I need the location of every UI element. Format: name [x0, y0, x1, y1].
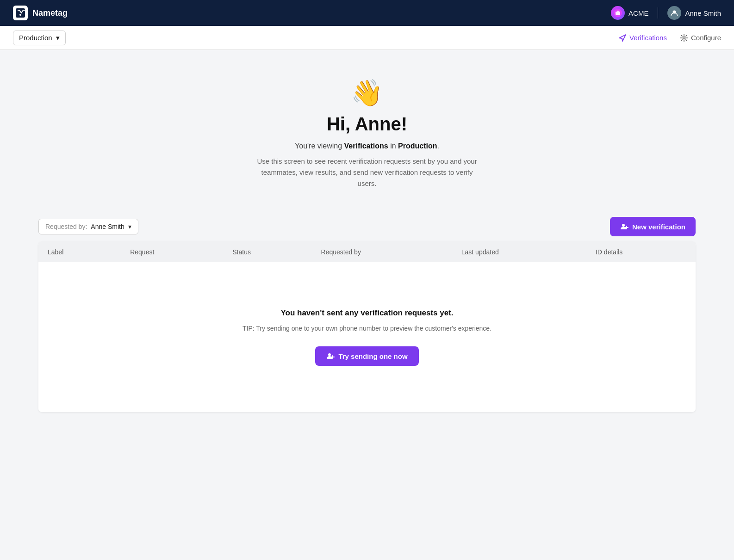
subtitle-end: .	[437, 142, 439, 150]
subtitle-mid: in	[388, 142, 398, 150]
col-status: Status	[223, 242, 311, 262]
hero-subtitle: You're viewing Verifications in Producti…	[256, 142, 478, 150]
empty-state-row: You haven't sent any verification reques…	[38, 262, 696, 412]
user-name: Anne Smith	[685, 9, 721, 17]
org-badge[interactable]: ACME	[611, 6, 648, 20]
nav-divider	[658, 7, 658, 18]
svg-point-10	[328, 353, 331, 356]
col-label: Label	[38, 242, 121, 262]
svg-point-1	[19, 14, 21, 16]
new-verification-button[interactable]: New verification	[610, 217, 696, 236]
table-header: Label Request Status Requested by Last u…	[38, 242, 696, 262]
svg-point-7	[622, 224, 625, 227]
requested-by-filter[interactable]: Requested by: Anne Smith ▾	[38, 219, 138, 234]
table-toolbar: Requested by: Anne Smith ▾ New verificat…	[38, 217, 696, 236]
topnav-right: ACME Anne Smith	[611, 6, 721, 20]
hero-section: 👋 Hi, Anne! You're viewing Verifications…	[256, 78, 478, 189]
verifications-nav-link[interactable]: Verifications	[618, 34, 667, 42]
send-icon	[618, 34, 627, 42]
col-id-details: ID details	[586, 242, 696, 262]
main-content: 👋 Hi, Anne! You're viewing Verifications…	[0, 50, 734, 431]
org-icon	[611, 6, 625, 20]
empty-title: You haven't sent any verification reques…	[48, 308, 686, 318]
try-btn-label: Try sending one now	[338, 352, 407, 360]
top-navigation: Nametag ACME Anne Smith	[0, 0, 734, 26]
try-sending-button[interactable]: Try sending one now	[315, 346, 418, 366]
chevron-down-icon: ▾	[128, 223, 131, 230]
hero-description: Use this screen to see recent verificati…	[256, 156, 478, 189]
svg-rect-4	[617, 11, 619, 12]
table-section: Requested by: Anne Smith ▾ New verificat…	[38, 217, 696, 412]
col-requested-by: Requested by	[311, 242, 452, 262]
empty-tip: TIP: Try sending one to your own phone n…	[48, 323, 686, 333]
wave-emoji: 👋	[256, 78, 478, 108]
empty-state: You haven't sent any verification reques…	[38, 262, 696, 412]
verifications-label: Verifications	[629, 34, 667, 42]
subtitle-bold1: Verifications	[344, 142, 388, 150]
filter-label: Requested by:	[45, 223, 87, 230]
svg-rect-3	[616, 12, 620, 15]
filter-value: Anne Smith	[91, 223, 124, 230]
person-add-icon-2	[326, 352, 335, 360]
hero-title: Hi, Anne!	[256, 114, 478, 135]
verifications-table: Label Request Status Requested by Last u…	[38, 242, 696, 412]
logo-text: Nametag	[32, 8, 68, 18]
user-badge[interactable]: Anne Smith	[667, 6, 721, 20]
env-label: Production	[19, 34, 52, 42]
subnav-links: Verifications Configure	[618, 34, 721, 42]
org-name: ACME	[628, 9, 648, 17]
sub-navigation: Production ▾ Verifications Configure	[0, 26, 734, 50]
person-add-icon	[620, 222, 628, 231]
configure-label: Configure	[691, 34, 721, 42]
svg-point-6	[683, 37, 685, 39]
subtitle-pre: You're viewing	[295, 142, 344, 150]
col-request: Request	[121, 242, 223, 262]
subtitle-bold2: Production	[398, 142, 437, 150]
logo-area: Nametag	[13, 6, 68, 20]
chevron-down-icon: ▾	[56, 34, 60, 42]
logo-icon	[13, 6, 28, 20]
configure-nav-link[interactable]: Configure	[680, 34, 721, 42]
user-avatar	[667, 6, 681, 20]
table-body: You haven't sent any verification reques…	[38, 262, 696, 412]
new-verification-label: New verification	[632, 223, 685, 231]
gear-icon	[680, 34, 688, 42]
col-last-updated: Last updated	[452, 242, 586, 262]
environment-select[interactable]: Production ▾	[13, 31, 66, 45]
